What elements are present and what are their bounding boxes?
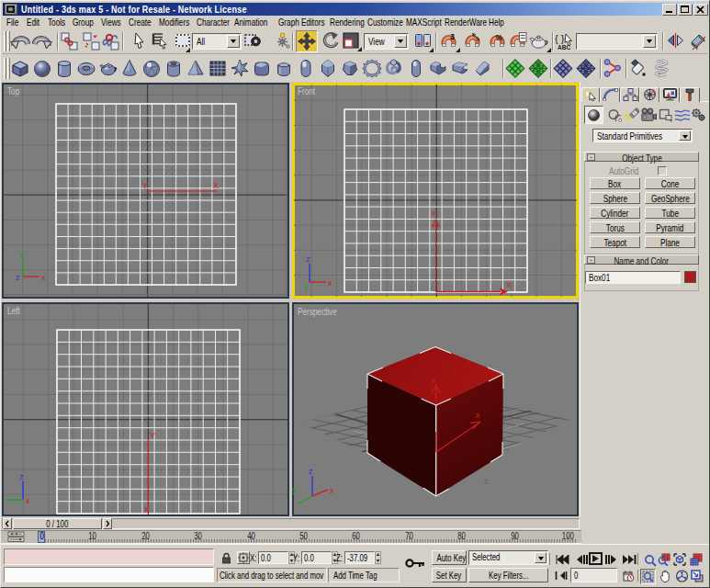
svg-text:Y: Y — [142, 181, 148, 190]
svg-text:X: X — [213, 181, 219, 190]
svg-text:z: z — [309, 467, 313, 476]
svg-text:x: x — [432, 209, 436, 218]
svg-text:x: x — [41, 273, 46, 282]
svg-text:y: y — [304, 282, 309, 291]
svg-text:x: x — [26, 496, 30, 505]
svg-text:x: x — [209, 504, 214, 514]
svg-text:x: x — [144, 504, 149, 514]
svg-text:Perspective: Perspective — [298, 306, 337, 317]
svg-text:z: z — [19, 472, 24, 481]
svg-text:z: z — [306, 254, 310, 264]
svg-text:y: y — [292, 485, 297, 494]
svg-text:z: z — [430, 283, 434, 291]
svg-text:x: x — [476, 411, 480, 420]
svg-text:Left: Left — [7, 305, 20, 316]
svg-text:z: z — [484, 477, 489, 486]
svg-text:x: x — [328, 278, 332, 288]
svg-text:%: % — [496, 33, 503, 42]
svg-text:Y: Y — [150, 431, 155, 440]
svg-text:Top: Top — [7, 85, 19, 96]
svg-text:z: z — [16, 273, 20, 282]
svg-text:{ }: { } — [555, 33, 565, 44]
svg-text:x: x — [330, 486, 334, 495]
svg-text:X: X — [506, 280, 512, 289]
svg-text:3: 3 — [450, 32, 455, 42]
svg-text:x: x — [432, 376, 436, 385]
svg-text:Y: Y — [18, 250, 24, 259]
svg-text:Front: Front — [298, 85, 315, 96]
